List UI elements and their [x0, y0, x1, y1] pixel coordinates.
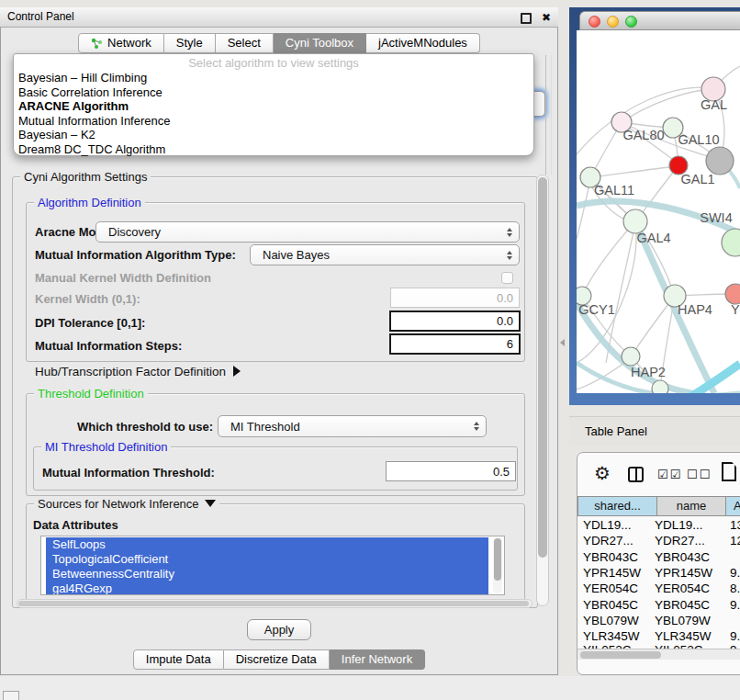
- chevron-updown-icon: [474, 422, 479, 431]
- algorithm-option[interactable]: Dream8 DC_TDC Algorithm: [14, 142, 533, 157]
- node: [722, 229, 740, 256]
- tab-jactivemnodules[interactable]: jActiveMNodules: [366, 33, 480, 53]
- table-cell[interactable]: 9: [730, 642, 737, 649]
- table-cell[interactable]: YBL079W: [655, 613, 711, 628]
- list-item[interactable]: BetweennessCentrality: [46, 567, 488, 581]
- node-label: Y: [731, 302, 740, 317]
- tab-style[interactable]: Style: [164, 33, 216, 53]
- corner-mini-button[interactable]: [3, 691, 19, 700]
- kernel-width-field[interactable]: 0.0: [390, 288, 520, 308]
- tab-select[interactable]: Select: [216, 33, 274, 53]
- columns-icon[interactable]: [628, 467, 644, 482]
- table-cell[interactable]: YDR27...: [583, 533, 633, 548]
- column-header-shared[interactable]: shared...: [577, 496, 657, 516]
- apply-button[interactable]: Apply: [247, 619, 311, 640]
- node: [652, 380, 668, 393]
- which-threshold-select[interactable]: MI Threshold: [218, 415, 487, 437]
- table-cell[interactable]: 13: [730, 517, 740, 533]
- table-cell[interactable]: YER054C: [583, 581, 638, 596]
- table-cell[interactable]: YBR043C: [655, 549, 710, 565]
- mi-threshold-field[interactable]: 0.5: [386, 461, 516, 481]
- dpi-tolerance-field[interactable]: 0.0: [389, 310, 521, 332]
- list-vertical-scrollbar[interactable]: [493, 537, 502, 593]
- algorithm-option[interactable]: Mutual Information Inference: [14, 114, 533, 129]
- hub-section-toggle[interactable]: Hub/Transcription Factor Definition: [35, 365, 241, 378]
- algorithm-option-aracne[interactable]: ARACNE Algorithm: [14, 99, 533, 114]
- control-panel-title: Control Panel: [7, 7, 74, 27]
- data-attributes-label: Data Attributes: [33, 518, 118, 532]
- table-cell[interactable]: 9.: [730, 565, 740, 581]
- table-cell[interactable]: YIL052C: [655, 642, 703, 649]
- aracne-mode-select[interactable]: Discovery: [95, 221, 520, 243]
- select-all-icon[interactable]: ☑☑: [657, 468, 682, 481]
- tab-impute-data[interactable]: Impute Data: [133, 649, 224, 670]
- table-cell[interactable]: YBR045C: [655, 597, 710, 613]
- column-header-name[interactable]: name: [656, 496, 726, 516]
- gear-icon[interactable]: ⚙: [594, 462, 611, 484]
- table-cell[interactable]: 9.: [730, 597, 740, 613]
- node: [725, 284, 740, 304]
- minimize-traffic-light-icon[interactable]: [607, 16, 619, 28]
- algorithm-placeholder: Select algorithm to view settings: [14, 55, 533, 71]
- list-item[interactable]: SelfLoops: [46, 537, 488, 552]
- table-cell[interactable]: 12: [730, 533, 740, 548]
- tab-infer-network[interactable]: Infer Network: [330, 649, 425, 670]
- tab-discretize-data[interactable]: Discretize Data: [224, 649, 330, 670]
- algorithm-option[interactable]: Basic Correlation Inference: [14, 85, 533, 100]
- node-label: SWI4: [700, 210, 732, 225]
- table-cell[interactable]: YDR27...: [655, 533, 705, 548]
- table-horizontal-scrollbar[interactable]: [577, 649, 740, 660]
- control-panel-titlebar: Control Panel ✖: [0, 7, 558, 28]
- algorithm-definition-title: Algorithm Definition: [34, 196, 145, 209]
- sources-group-title[interactable]: Sources for Network Inference: [34, 497, 219, 511]
- table-cell[interactable]: YPR145W: [583, 565, 641, 581]
- data-attributes-list: SelfLoops TopologicalCoefficient Between…: [40, 536, 505, 595]
- table-panel-title: Table Panel: [585, 424, 647, 438]
- float-window-icon[interactable]: [521, 13, 532, 24]
- mi-steps-field[interactable]: 6: [389, 333, 521, 355]
- node-label: GCY1: [578, 302, 615, 317]
- table-cell[interactable]: YBL079W: [583, 613, 639, 628]
- list-item[interactable]: TopologicalCoefficient: [46, 552, 488, 567]
- node-label: HAP4: [678, 302, 712, 317]
- table-cell[interactable]: YBR045C: [583, 597, 638, 613]
- list-item[interactable]: gal4RGexp: [46, 581, 488, 595]
- hub-section-label: Hub/Transcription Factor Definition: [35, 365, 226, 378]
- table-cell[interactable]: YIL052C: [583, 642, 632, 649]
- node: [706, 147, 734, 175]
- close-traffic-light-icon[interactable]: [589, 16, 600, 28]
- chevron-updown-icon: [507, 251, 512, 260]
- screen: Control Panel ✖ Network Style Select Cyn…: [0, 0, 740, 700]
- column-header-partial[interactable]: A: [725, 496, 740, 516]
- algorithm-option[interactable]: Bayesian – Hill Climbing: [14, 71, 533, 85]
- tab-network-label: Network: [107, 33, 151, 53]
- network-view-titlebar[interactable]: [579, 11, 740, 30]
- tab-network[interactable]: Network: [78, 33, 164, 53]
- node-label: HAP2: [631, 365, 666, 379]
- table-cell[interactable]: YER054C: [655, 581, 710, 596]
- manual-kernel-checkbox[interactable]: [501, 272, 513, 284]
- table-cell[interactable]: YPR145W: [655, 565, 712, 581]
- mi-type-select[interactable]: Naive Bayes: [250, 244, 520, 265]
- table-cell[interactable]: YDL19...: [655, 517, 703, 533]
- table-cell[interactable]: 8.: [730, 581, 740, 596]
- zoom-traffic-light-icon[interactable]: [625, 16, 637, 28]
- manual-kernel-label: Manual Kernel Width Definition: [35, 271, 211, 285]
- settings-horizontal-scrollbar[interactable]: [17, 599, 533, 608]
- algorithm-option[interactable]: Bayesian – K2: [14, 128, 533, 142]
- document-icon[interactable]: [722, 462, 736, 481]
- kernel-width-label: Kernel Width (0,1):: [35, 292, 140, 306]
- mi-type-value: Naive Bayes: [263, 248, 330, 262]
- network-tab-icon: [91, 38, 103, 50]
- close-icon[interactable]: ✖: [542, 9, 551, 26]
- dpi-tolerance-label: DPI Tolerance [0,1]:: [35, 316, 145, 330]
- tab-cyni-toolbox[interactable]: Cyni Toolbox: [274, 33, 366, 53]
- splitter-handle-icon[interactable]: [560, 339, 565, 346]
- network-graph: GAL GAL80 GAL10 GAL1 GAL11 SWI4 GAL4 GCY…: [577, 30, 740, 393]
- deselect-all-icon[interactable]: ☐☐: [687, 468, 712, 481]
- network-canvas[interactable]: GAL GAL80 GAL10 GAL1 GAL11 SWI4 GAL4 GCY…: [577, 30, 740, 393]
- settings-vertical-scrollbar[interactable]: [536, 175, 549, 606]
- table-cell[interactable]: YDL19...: [583, 517, 632, 533]
- node-label: GAL4: [636, 231, 670, 245]
- table-cell[interactable]: YBR043C: [583, 549, 638, 565]
